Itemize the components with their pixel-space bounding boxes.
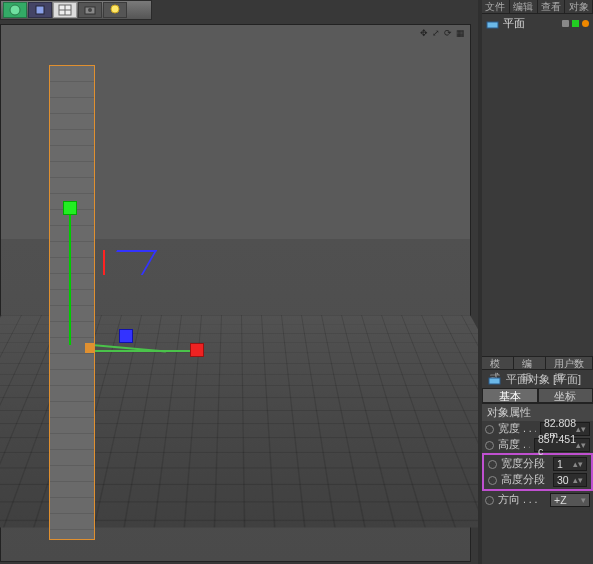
visibility-editor-icon[interactable] [562, 20, 569, 27]
tab-view[interactable]: 查看 [538, 0, 566, 13]
gizmo-x-handle[interactable] [190, 343, 204, 357]
spinner-icon[interactable]: ▴▾ [576, 442, 586, 449]
attr-tab2-coord[interactable]: 坐标 [538, 388, 594, 403]
axis-y-line [69, 205, 71, 345]
object-properties-header: 对象属性 [482, 403, 593, 421]
width-label: 宽度 . . . [498, 422, 536, 436]
spinner-icon[interactable]: ▴▾ [576, 426, 586, 433]
viewport-nav-icons: ✥ ⤢ ⟳ ▦ [419, 28, 465, 38]
attr-tab-mode[interactable]: 模式 [482, 357, 514, 369]
object-name: 平面 [503, 16, 525, 31]
svg-rect-1 [36, 6, 44, 14]
object-manager-empty [482, 32, 593, 356]
plane-object[interactable] [49, 65, 95, 540]
anim-dot[interactable] [485, 425, 494, 434]
vp-move-icon[interactable]: ✥ [419, 28, 429, 38]
plane-icon [488, 373, 501, 386]
hseg-field[interactable]: 30▴▾ [553, 473, 587, 487]
tool-light-icon[interactable] [103, 2, 127, 18]
enable-icon[interactable] [582, 20, 589, 27]
svg-rect-9 [489, 378, 500, 384]
vp-layout-icon[interactable]: ▦ [455, 28, 465, 38]
vp-zoom-icon[interactable]: ⤢ [431, 28, 441, 38]
svg-point-0 [10, 5, 20, 15]
tab-edit[interactable]: 编辑 [510, 0, 538, 13]
viewport[interactable]: ✥ ⤢ ⟳ ▦ [0, 24, 471, 562]
attr-menu: 模式 编辑 用户数据 [482, 356, 593, 370]
wseg-label: 宽度分段 [501, 457, 549, 471]
svg-point-7 [111, 5, 119, 13]
prop-row-width-segments: 宽度分段 1▴▾ [485, 456, 590, 472]
tool-camera-icon[interactable] [78, 2, 102, 18]
visibility-render-icon[interactable] [572, 20, 579, 27]
orient-field[interactable]: +Z▾ [550, 493, 590, 507]
spinner-icon[interactable]: ▴▾ [573, 477, 583, 484]
spinner-icon[interactable]: ▴▾ [573, 461, 583, 468]
orient-label: 方向 . . . [498, 493, 546, 507]
hseg-label: 高度分段 [501, 473, 549, 487]
plane-icon [486, 17, 499, 30]
gizmo-origin[interactable] [85, 343, 95, 353]
attr-tab-userdata[interactable]: 用户数据 [546, 357, 593, 369]
object-list-row[interactable]: 平面 [482, 14, 593, 32]
prop-row-orientation: 方向 . . . +Z▾ [482, 492, 593, 508]
wseg-field[interactable]: 1▴▾ [553, 457, 587, 471]
svg-rect-8 [487, 22, 498, 28]
gizmo-z-handle[interactable] [119, 329, 133, 343]
anim-dot[interactable] [485, 441, 494, 450]
dropdown-icon[interactable]: ▾ [581, 497, 586, 504]
axis-x-line [86, 350, 196, 352]
world-axis-widget [100, 250, 150, 300]
obj-manager-tabs: 文件 编辑 查看 对象 [482, 0, 593, 14]
svg-point-6 [88, 8, 92, 12]
tool-sphere-icon[interactable] [3, 2, 27, 18]
tool-grid-icon[interactable] [53, 2, 77, 18]
attr-tab-edit[interactable]: 编辑 [514, 357, 546, 369]
gizmo-y-handle[interactable] [63, 201, 77, 215]
attr-section-tabs: 基本 坐标 [482, 388, 593, 403]
attr-object-title: 平面对象 [平面] [482, 370, 593, 388]
height-label: 高度 . . [498, 438, 530, 452]
anim-dot[interactable] [488, 460, 497, 469]
attr-tab2-basic[interactable]: 基本 [482, 388, 538, 403]
anim-dot[interactable] [485, 496, 494, 505]
top-toolbar [0, 0, 152, 20]
tab-file[interactable]: 文件 [482, 0, 510, 13]
prop-row-height: 高度 . . 857.451 c▴▾ [482, 437, 593, 453]
height-field[interactable]: 857.451 c▴▾ [534, 438, 590, 452]
prop-row-height-segments: 高度分段 30▴▾ [485, 472, 590, 488]
highlight-annotation: 宽度分段 1▴▾ 高度分段 30▴▾ [482, 453, 593, 491]
anim-dot[interactable] [488, 476, 497, 485]
vp-rotate-icon[interactable]: ⟳ [443, 28, 453, 38]
tab-objects[interactable]: 对象 [565, 0, 593, 13]
right-panel: 文件 编辑 查看 对象 平面 模式 编辑 用户数据 平面对象 [平面] 基本 坐… [478, 0, 593, 564]
tool-cube-icon[interactable] [28, 2, 52, 18]
